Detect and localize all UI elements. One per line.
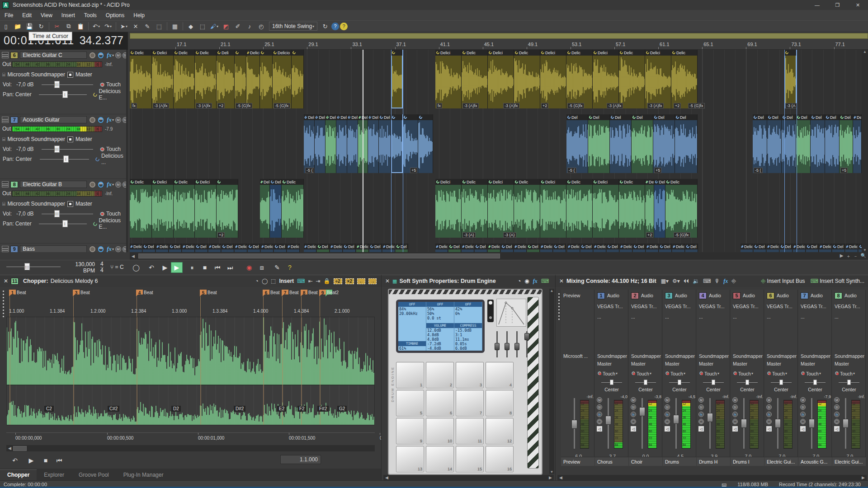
automation-mode-label[interactable]: Touch: [106, 146, 121, 152]
audio-event[interactable]: Delic: [567, 244, 580, 252]
chopper-hscrollbar[interactable]: ◀: [6, 445, 375, 451]
shift-left-icon[interactable]: ←: [357, 278, 365, 284]
output-speaker-icon[interactable]: ◁: [800, 426, 806, 432]
chopper-play-button[interactable]: ▶: [25, 455, 37, 466]
pan-slider[interactable]: |: [40, 159, 89, 160]
audio-event[interactable]: Del: [588, 114, 610, 173]
channel-name[interactable]: Acoustic G...: [798, 457, 832, 466]
bus-label[interactable]: Master: [595, 361, 628, 366]
channel-badge[interactable]: 8: [835, 292, 842, 299]
audio-event[interactable]: [260, 50, 273, 108]
mixer-close-icon[interactable]: ✕: [559, 278, 564, 284]
loop-region-bar[interactable]: [130, 33, 868, 39]
chopper-marker-row[interactable]: 1Beat3Beat4Beat5Beat6Beat7Beat8Beat9Beat…: [0, 289, 381, 317]
automation-mode-label[interactable]: Touch: [106, 211, 121, 217]
audio-event[interactable]: Del: [659, 244, 672, 252]
audio-event[interactable]: Del: [501, 244, 514, 252]
pan-slider[interactable]: [839, 382, 859, 383]
timeline-vscrollbar[interactable]: ▲▼: [862, 50, 868, 252]
event-list-button[interactable]: ⧈: [256, 262, 268, 273]
mixer-list-icon[interactable]: ▦: [170, 21, 180, 31]
pan-slider[interactable]: [737, 382, 758, 383]
menu-view[interactable]: View: [36, 11, 57, 20]
solo-icon[interactable]: S!: [732, 404, 738, 410]
event-fx-badge[interactable]: -5 (G)fx: [274, 103, 290, 108]
device-label[interactable]: Soundmapper: [595, 353, 628, 359]
track-fx-icon[interactable]: fx: [107, 52, 112, 59]
fx-icon[interactable]: fx: [665, 412, 670, 417]
record-icon[interactable]: ◯: [800, 419, 806, 424]
minimize-button[interactable]: —: [807, 0, 827, 10]
menu-insert[interactable]: Insert: [57, 11, 80, 20]
audio-event[interactable]: Del: [347, 114, 358, 173]
event-fx-badge[interactable]: -3 (A)fx: [607, 103, 623, 108]
bus-label[interactable]: Master: [832, 361, 866, 366]
output-speaker-icon[interactable]: ◁: [698, 426, 704, 432]
audio-event[interactable]: Del: [767, 114, 782, 173]
mixer-hscrollbar[interactable]: ◀▶: [557, 475, 867, 480]
zoom-tool-icon[interactable]: 🔍: [861, 253, 866, 259]
audio-event[interactable]: [217, 179, 238, 238]
beat-marker-flag[interactable]: 3: [73, 290, 80, 296]
solo-icon[interactable]: S!: [665, 404, 670, 410]
output-speaker-icon[interactable]: ◁: [834, 426, 840, 432]
brush-tool-icon[interactable]: 🖌▾: [209, 21, 220, 31]
envelope-display[interactable]: [496, 299, 526, 327]
event-fx-badge[interactable]: -5 (G)fx: [674, 232, 690, 238]
menu-file[interactable]: File: [0, 11, 18, 20]
timeline-ruler[interactable]: 17.121.125.129.133.137.141.145.149.153.1…: [130, 39, 868, 50]
audio-event[interactable]: Del: [368, 114, 379, 173]
tab-chopper[interactable]: Chopper: [0, 469, 37, 481]
beat-marker-flag[interactable]: 4: [136, 290, 143, 296]
output-speaker-icon[interactable]: ◁: [766, 426, 772, 432]
chopper-time-ruler[interactable]: 00:00:00,00000:00:00,50000:00:01,00000:0…: [6, 432, 375, 442]
volume-value[interactable]: -7,0 dB: [16, 211, 40, 217]
record-icon[interactable]: ◯: [631, 419, 636, 424]
scroll-thumb[interactable]: [138, 253, 500, 258]
arm-record-icon[interactable]: [90, 117, 95, 123]
mute-icon[interactable]: [98, 52, 104, 58]
track-fx-icon[interactable]: fx: [107, 245, 112, 252]
swing-reset-icon[interactable]: ↻: [320, 21, 330, 31]
tab-plug-in-manager[interactable]: Plug-In Manager: [116, 470, 171, 481]
close-button[interactable]: ✕: [848, 0, 868, 10]
audio-event[interactable]: Delic: [174, 179, 195, 238]
channel-fader[interactable]: [709, 398, 711, 449]
chopper-close-icon[interactable]: ✕: [4, 278, 8, 284]
audio-event[interactable]: Delic: [514, 244, 527, 252]
fx-icon[interactable]: fx: [698, 412, 704, 417]
beat-marker-flag[interactable]: 6: [263, 290, 269, 296]
audio-event[interactable]: Delic: [330, 244, 343, 252]
audio-event[interactable]: Delici: [435, 50, 462, 108]
channel-name[interactable]: Drums I: [731, 457, 764, 466]
drum-pad-2[interactable]: 2: [426, 362, 454, 388]
audio-event[interactable]: Del: [369, 244, 382, 252]
insert-label[interactable]: Insert: [279, 278, 294, 284]
volume-value[interactable]: -7,0 dB: [16, 146, 40, 152]
beat-marker-flag[interactable]: 9: [319, 290, 326, 296]
drum-pad-12[interactable]: 12: [486, 418, 514, 444]
audio-event[interactable]: Delici: [593, 50, 619, 108]
help-icon[interactable]: ?: [340, 23, 348, 30]
track-number-badge[interactable]: 9: [10, 246, 18, 253]
track-number-badge[interactable]: 6: [10, 52, 18, 59]
track-lane-4[interactable]: DelicDelDelicDelDelicDelDelicDelDelicDel…: [130, 244, 862, 252]
channel-fader[interactable]: [811, 398, 812, 449]
drum-fader[interactable]: [506, 331, 508, 357]
audio-event[interactable]: Delici: [152, 179, 174, 238]
event-fx-badge[interactable]: +5: [840, 168, 848, 173]
pan-value[interactable]: Center: [15, 221, 37, 227]
audio-event[interactable]: Del: [343, 244, 356, 252]
audio-event[interactable]: Deli: [217, 50, 235, 108]
event-fx-badge[interactable]: -3 (A): [503, 232, 516, 238]
fx-icon[interactable]: fx: [834, 412, 840, 417]
audio-event[interactable]: Delic: [488, 244, 500, 252]
channel-badge[interactable]: 2: [631, 292, 639, 299]
channel-name[interactable]: Choir: [629, 457, 662, 466]
channel-badge[interactable]: 7: [801, 292, 808, 299]
drum-pad-15[interactable]: 15: [456, 446, 484, 472]
audio-event[interactable]: Delic: [174, 50, 195, 108]
bus-label[interactable]: Master: [75, 201, 92, 207]
audio-event[interactable]: Delic: [646, 244, 659, 252]
chopper-waveform[interactable]: C2C#2D2D#2E2F2F#2G2: [6, 317, 375, 425]
